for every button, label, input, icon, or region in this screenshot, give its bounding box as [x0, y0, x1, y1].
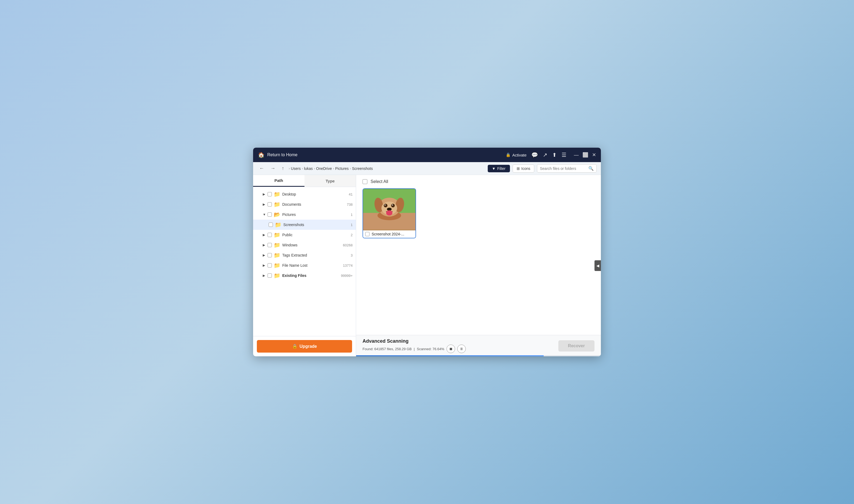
tab-path[interactable]: Path	[253, 175, 305, 187]
tree-label-public: Public	[282, 233, 349, 237]
file-item-checkbox[interactable]	[365, 232, 369, 236]
folder-icon-desktop: 📁	[274, 191, 280, 197]
tree-checkbox-tags[interactable]	[268, 253, 272, 257]
tree-checkbox-screenshots[interactable]	[269, 222, 273, 227]
file-item-name: Screenshot 2024-...	[371, 232, 404, 236]
sidebar-tabs: Path Type	[253, 175, 356, 187]
tree-checkbox-pictures[interactable]	[268, 212, 272, 217]
stop-button[interactable]: ⏹	[447, 345, 455, 353]
tree-count-filenamelost: 13774	[343, 264, 352, 268]
menu-icon[interactable]: ☰	[562, 152, 566, 158]
main-content: Path Type ▶ 📁 Desktop 41 ▶ 📁 Document	[253, 175, 601, 356]
select-all-label[interactable]: Select All	[370, 179, 388, 184]
tree-label-screenshots: Screenshots	[283, 222, 349, 227]
chat-icon[interactable]: 💬	[531, 152, 538, 158]
tree-count-screenshots: 1	[351, 223, 352, 227]
progress-bar	[356, 355, 544, 356]
tree-label-filenamelost: File Name Lost	[282, 263, 341, 268]
titlebar: 🏠 Return to Home 🔒 Activate 💬 ↗ ⬆ ☰ — ⬜ …	[253, 148, 601, 162]
tree-arrow-existing: ▶	[263, 274, 267, 277]
activate-button[interactable]: 🔒 Activate	[506, 152, 527, 157]
pause-button[interactable]: ⏸	[457, 345, 466, 353]
share-icon[interactable]: ↗	[543, 152, 547, 158]
tree-item-existing-files[interactable]: ▶ 📁 Existing Files 99999+	[253, 270, 356, 281]
select-all-checkbox[interactable]	[363, 179, 367, 184]
file-item-footer: Screenshot 2024-...	[363, 230, 416, 238]
svg-point-9	[391, 203, 395, 207]
tree-checkbox-documents[interactable]	[268, 202, 272, 206]
up-button[interactable]: ↑	[280, 164, 286, 172]
tab-type[interactable]: Type	[305, 175, 356, 187]
close-icon[interactable]: ✕	[592, 152, 596, 158]
tree-arrow-public: ▶	[263, 233, 267, 237]
tree-item-tags-extracted[interactable]: ▶ 📁 Tags Extracted 3	[253, 250, 356, 260]
tree-arrow-filenamelost: ▶	[263, 264, 267, 267]
scanned-text: Scanned: 76.64%	[417, 347, 444, 351]
tree-label-existing: Existing Files	[282, 273, 339, 278]
breadcrumb: › Users › lukas › OneDrive › Pictures › …	[289, 166, 485, 171]
tree-arrow-tags: ▶	[263, 253, 267, 257]
toolbar: ← → ↑ › Users › lukas › OneDrive › Pictu…	[253, 162, 601, 175]
tree-count-pictures: 1	[351, 213, 352, 217]
breadcrumb-screenshots[interactable]: Screenshots	[352, 166, 373, 171]
tree-checkbox-desktop[interactable]	[268, 192, 272, 196]
tree-count-documents: 738	[347, 202, 352, 206]
upload-icon[interactable]: ⬆	[552, 152, 557, 158]
tree-item-pictures[interactable]: ▼ 📂 Pictures 1	[253, 210, 356, 220]
tree-count-public: 2	[351, 233, 352, 237]
tree-checkbox-existing[interactable]	[268, 273, 272, 278]
bottom-bar: Advanced Scanning Found: 641857 files, 2…	[356, 335, 601, 356]
tree-item-documents[interactable]: ▶ 📁 Documents 738	[253, 199, 356, 210]
folder-icon-documents: 📁	[274, 201, 280, 208]
breadcrumb-users[interactable]: Users	[291, 166, 301, 171]
tree-label-tags: Tags Extracted	[282, 253, 349, 257]
titlebar-right: 🔒 Activate 💬 ↗ ⬆ ☰ — ⬜ ✕	[506, 152, 596, 158]
found-text: Found: 641857 files, 258.29 GB	[363, 347, 412, 351]
tree-label-desktop: Desktop	[282, 192, 347, 196]
tree-checkbox-windows[interactable]	[268, 243, 272, 247]
tree-item-desktop[interactable]: ▶ 📁 Desktop 41	[253, 189, 356, 199]
tree-item-public[interactable]: ▶ 📁 Public 2	[253, 230, 356, 240]
tree-item-screenshots[interactable]: 📁 Screenshots 1	[253, 220, 356, 230]
tree-arrow-documents: ▶	[263, 202, 267, 206]
tree-checkbox-filenamelost[interactable]	[268, 263, 272, 268]
lock-icon: 🔒	[506, 152, 511, 157]
back-button[interactable]: ←	[257, 164, 266, 172]
file-thumbnail	[363, 189, 416, 230]
tree-checkbox-public[interactable]	[268, 233, 272, 237]
svg-point-10	[384, 204, 385, 205]
filter-icon: ▼	[492, 166, 496, 171]
tree-arrow-windows: ▶	[263, 243, 267, 247]
scan-controls: ⏹ ⏸	[447, 345, 466, 353]
tree-label-documents: Documents	[282, 202, 345, 206]
recover-button[interactable]: Recover	[558, 340, 595, 352]
tree-item-file-name-lost[interactable]: ▶ 📁 File Name Lost 13774	[253, 260, 356, 270]
app-window: 🏠 Return to Home 🔒 Activate 💬 ↗ ⬆ ☰ — ⬜ …	[253, 148, 601, 356]
search-input[interactable]	[540, 166, 587, 171]
tree-label-pictures: Pictures	[282, 212, 349, 217]
minimize-icon[interactable]: —	[574, 152, 579, 158]
file-item-screenshot[interactable]: Screenshot 2024-...	[363, 188, 416, 238]
filter-button[interactable]: ▼ Filter	[488, 165, 510, 172]
folder-icon-public: 📁	[274, 232, 280, 238]
breadcrumb-pictures[interactable]: Pictures	[335, 166, 349, 171]
home-icon: 🏠	[258, 152, 265, 158]
tree-item-windows[interactable]: ▶ 📁 Windows 60268	[253, 240, 356, 250]
window-controls: — ⬜ ✕	[574, 152, 596, 158]
forward-button[interactable]: →	[269, 164, 277, 172]
maximize-icon[interactable]: ⬜	[582, 152, 588, 158]
scan-title: Advanced Scanning	[363, 338, 466, 344]
tree-count-windows: 60268	[343, 243, 352, 247]
return-home-label[interactable]: Return to Home	[267, 152, 297, 157]
sidebar-bottom: 🔒 Upgrade	[253, 336, 356, 356]
search-icon[interactable]: 🔍	[588, 166, 594, 171]
upgrade-button[interactable]: 🔒 Upgrade	[257, 340, 352, 353]
breadcrumb-lukas[interactable]: lukas	[304, 166, 313, 171]
scroll-toggle-button[interactable]: ◀	[595, 260, 601, 271]
icons-button[interactable]: ⊞ Icons	[513, 164, 534, 173]
svg-point-13	[386, 210, 393, 216]
upgrade-icon: 🔒	[292, 344, 297, 349]
breadcrumb-onedrive[interactable]: OneDrive	[316, 166, 332, 171]
folder-icon-windows: 📁	[274, 242, 280, 248]
search-box: 🔍	[537, 164, 597, 173]
